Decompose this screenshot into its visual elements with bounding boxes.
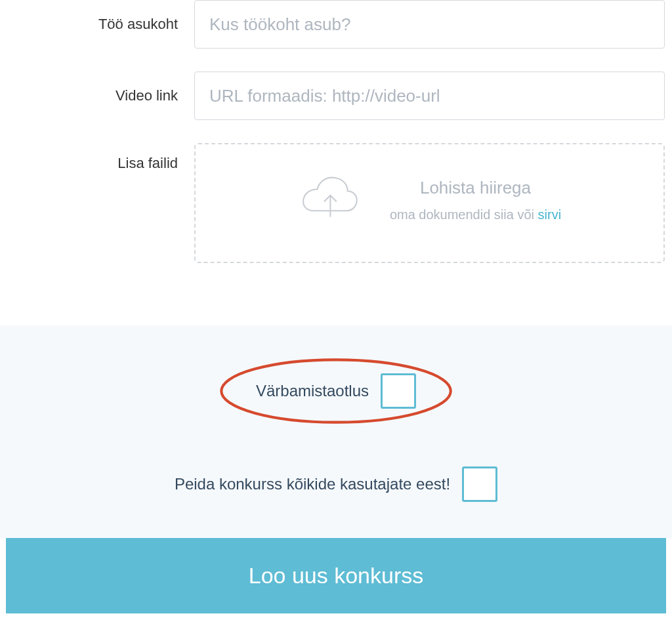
browse-link[interactable]: sirvi <box>538 207 562 222</box>
input-video-link[interactable] <box>194 72 665 120</box>
label-files: Lisa failid <box>7 143 194 172</box>
row-files: Lisa failid Lohista hiirega oma dokumend… <box>7 143 665 263</box>
input-location[interactable] <box>194 0 665 49</box>
checkbox-recruitment-request[interactable] <box>381 373 416 409</box>
highlight-annotation: Värbamistaotlus <box>217 355 455 427</box>
row-location: Töö asukoht <box>7 0 665 49</box>
checkbox-hide-competition[interactable] <box>462 466 497 502</box>
label-hide-competition: Peida konkurss kõikide kasutajate eest! <box>175 475 450 493</box>
label-recruitment-request: Värbamistaotlus <box>256 382 369 400</box>
row-hide-competition: Peida konkurss kõikide kasutajate eest! <box>0 466 672 502</box>
lower-options-section: Värbamistaotlus Peida konkurss kõikide k… <box>0 325 672 538</box>
dropzone-sub-prefix: oma dokumendid siia või <box>390 207 538 222</box>
dropzone-title: Lohista hiirega <box>390 178 561 198</box>
dropzone-text: Lohista hiirega oma dokumendid siia või … <box>390 178 561 222</box>
row-recruitment-request: Värbamistaotlus <box>0 355 672 427</box>
file-dropzone[interactable]: Lohista hiirega oma dokumendid siia või … <box>194 143 665 263</box>
dropzone-subtitle: oma dokumendid siia või sirvi <box>390 207 561 222</box>
create-competition-button[interactable]: Loo uus konkurss <box>6 538 666 613</box>
label-video: Video link <box>7 87 194 104</box>
cloud-upload-icon <box>298 174 360 226</box>
upper-form-section: Töö asukoht Video link Lisa failid Lohis… <box>0 0 672 325</box>
row-video: Video link <box>7 72 665 120</box>
label-location: Töö asukoht <box>7 16 194 33</box>
